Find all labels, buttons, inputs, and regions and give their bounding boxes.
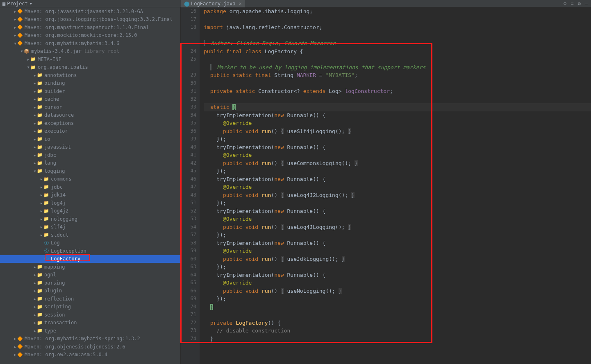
expand-arrow-icon[interactable]: ▸ [33, 320, 37, 326]
code-area[interactable]: package org.apache.ibatis.logging;import… [200, 7, 591, 364]
collapse-icon[interactable]: ≡ [571, 1, 573, 7]
tree-item-LogException[interactable]: ⒸLogException [0, 247, 180, 255]
expand-arrow-icon[interactable]: ▸ [33, 136, 37, 142]
expand-arrow-icon[interactable]: ▸ [33, 96, 37, 102]
code-line[interactable] [204, 95, 591, 104]
code-line[interactable]: public static final String MARKER = "MYB… [204, 71, 591, 79]
tree-item-log4j[interactable]: ▸📁log4j [0, 199, 180, 207]
expand-arrow-icon[interactable]: ▸ [33, 88, 37, 94]
expand-arrow-icon[interactable]: ▾ [13, 41, 17, 46]
code-line[interactable] [204, 16, 591, 24]
tree-item-cache[interactable]: ▸📁cache [0, 95, 180, 104]
code-line[interactable]: public void run() { useCommonsLogging();… [204, 159, 591, 167]
tree-item-plugin[interactable]: ▸📁plugin [0, 287, 180, 295]
code-line[interactable]: @Override [204, 279, 591, 287]
code-line[interactable]: public void run() { useLog4J2Logging(); … [204, 191, 591, 199]
tree-item-pkg[interactable]: ▾📁org.apache.ibatis [0, 63, 180, 72]
code-line[interactable]: package org.apache.ibatis.logging; [204, 7, 591, 16]
expand-arrow-icon[interactable]: ▸ [33, 120, 37, 126]
expand-arrow-icon[interactable]: ▸ [33, 160, 37, 166]
code-line[interactable]: }); [204, 263, 591, 271]
tree-item-jdk14[interactable]: ▸📁jdk14 [0, 191, 180, 199]
tree-item-slf4j[interactable]: ▸📁slf4j [0, 223, 180, 231]
tree-item-mapping[interactable]: ▸📁mapping [0, 263, 180, 271]
expand-arrow-icon[interactable]: ▸ [33, 304, 37, 310]
tree-item-transaction[interactable]: ▸📁transaction [0, 319, 180, 327]
code-line[interactable]: }); [204, 135, 591, 143]
code-line[interactable]: @Override [204, 215, 591, 223]
tree-item-jar[interactable]: ▾📦mybatis-3.4.6.jarlibrary root [0, 47, 180, 56]
code-line[interactable]: public void run() { useLog4JLogging(); } [204, 223, 591, 231]
tree-item-reflection[interactable]: ▸📁reflection [0, 295, 180, 303]
tree-item-maven_objenesis[interactable]: ▸🔶Maven: org.objenesis:objenesis:2.6 [0, 343, 180, 351]
tree-item-stdout[interactable]: ▸📁stdout [0, 231, 180, 239]
expand-arrow-icon[interactable]: ▸ [39, 224, 43, 230]
expand-arrow-icon[interactable]: ▸ [39, 232, 43, 238]
tree-item-javassist[interactable]: ▸📁javassist [0, 143, 180, 151]
expand-arrow-icon[interactable]: ▸ [33, 104, 37, 110]
tree-item-jdbc_pkg[interactable]: ▸📁jdbc [0, 151, 180, 159]
code-line[interactable]: Author: Clinton Begin, Eduardo Macarron [204, 39, 591, 47]
expand-arrow-icon[interactable]: ▸ [33, 312, 37, 318]
tree-item-Log[interactable]: ⒾLog [0, 239, 180, 247]
expand-arrow-icon[interactable]: ▸ [13, 9, 17, 14]
locate-icon[interactable]: ⊕ [564, 1, 566, 7]
tree-item-maven_javassist[interactable]: ▸🔶Maven: org.javassist:javassist:3.21.0-… [0, 7, 180, 16]
tree-item-nologging[interactable]: ▸📁nologging [0, 215, 180, 223]
tree-item-maven_asm[interactable]: ▸🔶Maven: org.ow2.asm:asm:5.0.4 [0, 351, 180, 359]
expand-arrow-icon[interactable]: ▸ [39, 208, 43, 214]
expand-arrow-icon[interactable]: ▾ [33, 168, 37, 174]
expand-arrow-icon[interactable]: ▸ [39, 216, 43, 222]
tree-item-maven_mockito[interactable]: ▸🔶Maven: org.mockito:mockito-core:2.15.0 [0, 32, 180, 40]
expand-arrow-icon[interactable]: ▸ [33, 112, 37, 118]
hide-icon[interactable]: — [585, 1, 588, 7]
close-icon[interactable]: × [239, 1, 241, 7]
code-line[interactable] [204, 32, 591, 40]
code-line[interactable]: Marker to be used by logging implementat… [204, 63, 591, 72]
tree-item-annotations[interactable]: ▸📁annotations [0, 71, 180, 79]
tree-item-maven_mapstruct[interactable]: ▸🔶Maven: org.mapstruct:mapstruct:1.1.0.F… [0, 23, 180, 32]
tree-item-scripting[interactable]: ▸📁scripting [0, 303, 180, 311]
code-line[interactable]: public final class LogFactory { [204, 47, 591, 56]
tree-item-jdbc[interactable]: ▸📁jdbc [0, 183, 180, 191]
code-line[interactable]: public void run() { useSlf4jLogging(); } [204, 127, 591, 136]
code-line[interactable]: @Override [204, 119, 591, 127]
expand-arrow-icon[interactable]: ▸ [33, 144, 37, 150]
code-line[interactable]: } [204, 335, 591, 343]
expand-arrow-icon[interactable]: ▸ [39, 184, 43, 190]
code-line[interactable]: private static Constructor<? extends Log… [204, 87, 591, 95]
tree-item-ognl[interactable]: ▸📁ognl [0, 271, 180, 279]
expand-arrow-icon[interactable]: ▸ [13, 336, 17, 341]
code-line[interactable]: @Override [204, 247, 591, 255]
expand-arrow-icon[interactable]: ▸ [33, 72, 37, 78]
expand-arrow-icon[interactable]: ▸ [13, 32, 17, 38]
code-line[interactable]: private LogFactory() { [204, 319, 591, 327]
expand-arrow-icon[interactable]: ▸ [33, 328, 37, 334]
code-line[interactable] [204, 79, 591, 88]
tree-item-io[interactable]: ▸📁io [0, 135, 180, 143]
tree-item-builder[interactable]: ▸📁builder [0, 87, 180, 95]
code-line[interactable]: }); [204, 295, 591, 303]
gear-icon[interactable]: ⚙ [578, 1, 581, 7]
expand-arrow-icon[interactable]: ▸ [13, 344, 17, 350]
expand-arrow-icon[interactable]: ▸ [33, 80, 37, 86]
tree-item-maven_mybatis_spring[interactable]: ▸🔶Maven: org.mybatis:mybatis-spring:1.3.… [0, 335, 180, 343]
code-line[interactable]: static { [204, 103, 591, 111]
tree-item-logging[interactable]: ▾📁logging [0, 167, 180, 175]
code-line[interactable]: tryImplementation(new Runnable() { [204, 271, 591, 279]
tree-item-session[interactable]: ▸📁session [0, 311, 180, 319]
project-panel-label[interactable]: ▦ Project ▾ [0, 1, 35, 7]
code-line[interactable]: }); [204, 167, 591, 175]
code-editor[interactable]: 1617182425293031323334353639404142454647… [181, 7, 591, 364]
tree-item-cursor[interactable]: ▸📁cursor [0, 103, 180, 111]
code-line[interactable]: @Override [204, 151, 591, 159]
tree-item-lang[interactable]: ▸📁lang [0, 159, 180, 167]
expand-arrow-icon[interactable]: ▸ [26, 57, 30, 62]
code-line[interactable]: tryImplementation(new Runnable() { [204, 111, 591, 120]
expand-arrow-icon[interactable]: ▸ [33, 152, 37, 158]
code-line[interactable]: // disable construction [204, 327, 591, 335]
expand-arrow-icon[interactable]: ▾ [26, 64, 30, 70]
tree-item-LogFactory[interactable]: ⒸLogFactory [0, 255, 180, 263]
code-line[interactable] [204, 311, 591, 319]
expand-arrow-icon[interactable]: ▸ [33, 288, 37, 294]
